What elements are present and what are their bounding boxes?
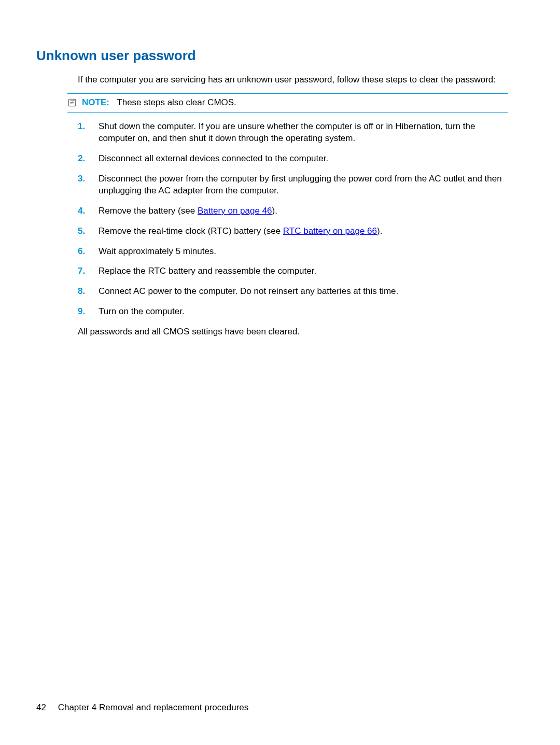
note-icon bbox=[67, 98, 77, 107]
step-5: 5. Remove the real-time clock (RTC) batt… bbox=[78, 226, 508, 237]
step-4: 4. Remove the battery (see Battery on pa… bbox=[78, 205, 508, 217]
step-text: Disconnect the power from the computer b… bbox=[99, 174, 502, 195]
chapter-title: Chapter 4 Removal and replacement proced… bbox=[58, 702, 249, 712]
step-number: 3. bbox=[78, 173, 85, 185]
step-number: 6. bbox=[78, 246, 85, 258]
note-label: NOTE: bbox=[82, 97, 109, 107]
battery-link[interactable]: Battery on page 46 bbox=[198, 206, 272, 216]
rtc-battery-link[interactable]: RTC battery on page 66 bbox=[283, 226, 377, 236]
step-number: 1. bbox=[78, 121, 85, 133]
step-8: 8. Connect AC power to the computer. Do … bbox=[78, 286, 508, 298]
page-footer: 42 Chapter 4 Removal and replacement pro… bbox=[36, 702, 248, 714]
step-text: Shut down the computer. If you are unsur… bbox=[99, 121, 475, 143]
step-3: 3. Disconnect the power from the compute… bbox=[78, 173, 508, 197]
step-1: 1. Shut down the computer. If you are un… bbox=[78, 121, 508, 145]
step-text: Disconnect all external devices connecte… bbox=[99, 153, 328, 163]
step-text: Wait approximately 5 minutes. bbox=[99, 246, 216, 256]
step-text: Connect AC power to the computer. Do not… bbox=[99, 286, 398, 296]
step-7: 7. Replace the RTC battery and reassembl… bbox=[78, 265, 508, 277]
step-text: Turn on the computer. bbox=[99, 306, 185, 316]
note-text: These steps also clear CMOS. bbox=[117, 97, 236, 107]
step-number: 5. bbox=[78, 226, 85, 237]
step-number: 8. bbox=[78, 286, 85, 298]
step-text-post: ). bbox=[377, 226, 382, 236]
closing-paragraph: All passwords and all CMOS settings have… bbox=[78, 326, 508, 338]
note-callout: NOTE: These steps also clear CMOS. bbox=[67, 93, 508, 113]
step-2: 2. Disconnect all external devices conne… bbox=[78, 153, 508, 165]
step-6: 6. Wait approximately 5 minutes. bbox=[78, 246, 508, 258]
step-text: Replace the RTC battery and reassemble t… bbox=[99, 266, 316, 276]
step-number: 9. bbox=[78, 306, 85, 318]
step-text-pre: Remove the battery (see bbox=[99, 206, 198, 216]
intro-paragraph: If the computer you are servicing has an… bbox=[78, 74, 508, 86]
step-text-pre: Remove the real-time clock (RTC) battery… bbox=[99, 226, 283, 236]
steps-list: 1. Shut down the computer. If you are un… bbox=[78, 121, 508, 318]
note-body: NOTE: These steps also clear CMOS. bbox=[82, 97, 236, 109]
page-number: 42 bbox=[36, 702, 46, 712]
document-page: Unknown user password If the computer yo… bbox=[0, 0, 560, 338]
step-9: 9. Turn on the computer. bbox=[78, 306, 508, 318]
section-heading: Unknown user password bbox=[36, 47, 524, 65]
step-number: 7. bbox=[78, 265, 85, 277]
step-number: 4. bbox=[78, 205, 85, 217]
step-number: 2. bbox=[78, 153, 85, 165]
step-text-post: ). bbox=[272, 206, 277, 216]
